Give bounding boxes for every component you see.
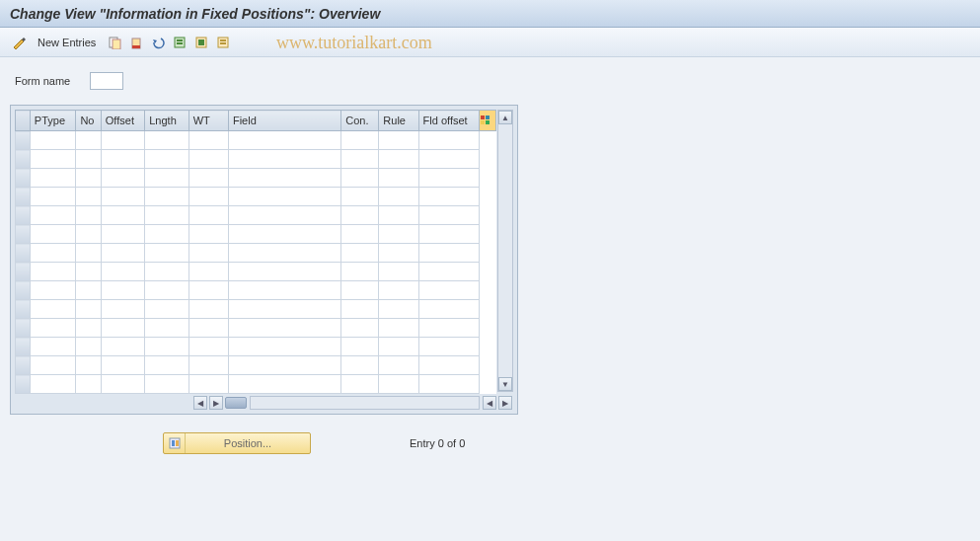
table-cell[interactable]	[379, 319, 418, 338]
table-cell[interactable]	[418, 375, 479, 394]
table-cell[interactable]	[341, 263, 379, 281]
deselect-all-icon[interactable]	[214, 34, 232, 51]
table-cell[interactable]	[418, 338, 479, 356]
col-con[interactable]: Con.	[341, 111, 379, 131]
table-cell[interactable]	[379, 263, 418, 281]
table-cell[interactable]	[145, 188, 188, 206]
col-length[interactable]: Lngth	[145, 111, 188, 131]
table-cell[interactable]	[30, 281, 76, 300]
table-cell[interactable]	[379, 244, 418, 263]
table-row[interactable]	[16, 319, 496, 338]
table-cell[interactable]	[30, 225, 76, 244]
table-cell[interactable]	[101, 356, 144, 375]
table-cell[interactable]	[341, 150, 379, 169]
table-cell[interactable]	[101, 319, 144, 338]
row-selector[interactable]	[16, 169, 31, 188]
row-selector[interactable]	[16, 338, 31, 356]
hscroll-thumb[interactable]	[225, 397, 247, 409]
row-selector[interactable]	[16, 281, 31, 300]
table-cell[interactable]	[30, 263, 76, 281]
table-cell[interactable]	[188, 338, 228, 356]
table-cell[interactable]	[228, 281, 340, 300]
table-cell[interactable]	[188, 263, 228, 281]
table-cell[interactable]	[379, 375, 418, 394]
table-cell[interactable]	[341, 244, 379, 263]
table-cell[interactable]	[188, 319, 228, 338]
table-cell[interactable]	[379, 225, 418, 244]
undo-change-icon[interactable]	[149, 34, 167, 51]
table-cell[interactable]	[228, 338, 340, 356]
table-cell[interactable]	[101, 169, 144, 188]
table-cell[interactable]	[379, 169, 418, 188]
row-selector[interactable]	[16, 206, 31, 225]
table-cell[interactable]	[145, 244, 188, 263]
table-cell[interactable]	[145, 356, 188, 375]
table-cell[interactable]	[30, 206, 76, 225]
table-cell[interactable]	[379, 150, 418, 169]
table-cell[interactable]	[76, 188, 101, 206]
table-cell[interactable]	[76, 375, 101, 394]
table-row[interactable]	[16, 338, 496, 356]
table-cell[interactable]	[145, 225, 188, 244]
copy-as-icon[interactable]	[106, 34, 123, 51]
table-cell[interactable]	[228, 244, 340, 263]
table-cell[interactable]	[76, 244, 101, 263]
table-cell[interactable]	[379, 356, 418, 375]
table-cell[interactable]	[188, 356, 228, 375]
table-cell[interactable]	[145, 338, 188, 356]
position-button[interactable]: Position...	[163, 432, 311, 454]
table-cell[interactable]	[379, 131, 418, 150]
row-selector[interactable]	[16, 131, 31, 150]
table-config-button[interactable]	[479, 111, 495, 131]
table-cell[interactable]	[418, 281, 479, 300]
table-cell[interactable]	[418, 188, 479, 206]
table-cell[interactable]	[188, 375, 228, 394]
col-rule[interactable]: Rule	[379, 111, 418, 131]
table-row[interactable]	[16, 188, 496, 206]
table-cell[interactable]	[188, 225, 228, 244]
col-wt[interactable]: WT	[188, 111, 228, 131]
vertical-scrollbar[interactable]: ▲ ▼	[497, 110, 513, 392]
row-selector[interactable]	[16, 300, 31, 319]
table-cell[interactable]	[30, 150, 76, 169]
delete-icon[interactable]	[127, 34, 145, 51]
table-cell[interactable]	[30, 319, 76, 338]
table-cell[interactable]	[30, 300, 76, 319]
table-cell[interactable]	[228, 206, 340, 225]
table-cell[interactable]	[188, 150, 228, 169]
table-cell[interactable]	[188, 300, 228, 319]
hscroll-track[interactable]	[250, 396, 480, 410]
table-cell[interactable]	[30, 375, 76, 394]
table-cell[interactable]	[379, 206, 418, 225]
table-cell[interactable]	[101, 263, 144, 281]
table-cell[interactable]	[30, 244, 76, 263]
table-row[interactable]	[16, 169, 496, 188]
table-cell[interactable]	[145, 281, 188, 300]
table-row[interactable]	[16, 131, 496, 150]
table-cell[interactable]	[76, 131, 101, 150]
table-cell[interactable]	[418, 300, 479, 319]
row-selector[interactable]	[16, 319, 31, 338]
table-cell[interactable]	[418, 244, 479, 263]
row-selector[interactable]	[16, 375, 31, 394]
table-row[interactable]	[16, 225, 496, 244]
row-selector[interactable]	[16, 150, 31, 169]
table-row[interactable]	[16, 356, 496, 375]
table-cell[interactable]	[101, 375, 144, 394]
table-cell[interactable]	[30, 169, 76, 188]
table-cell[interactable]	[341, 375, 379, 394]
table-cell[interactable]	[228, 356, 340, 375]
row-selector[interactable]	[16, 244, 31, 263]
scroll-left-end-button[interactable]: ◀	[483, 396, 496, 410]
table-cell[interactable]	[76, 300, 101, 319]
table-cell[interactable]	[379, 338, 418, 356]
col-fld-offset[interactable]: Fld offset	[418, 111, 479, 131]
scroll-left-button[interactable]: ◀	[193, 396, 207, 410]
table-cell[interactable]	[341, 169, 379, 188]
table-cell[interactable]	[76, 281, 101, 300]
toggle-display-change-icon[interactable]	[10, 34, 28, 51]
table-cell[interactable]	[341, 206, 379, 225]
table-cell[interactable]	[228, 300, 340, 319]
table-cell[interactable]	[101, 150, 144, 169]
table-cell[interactable]	[76, 225, 101, 244]
